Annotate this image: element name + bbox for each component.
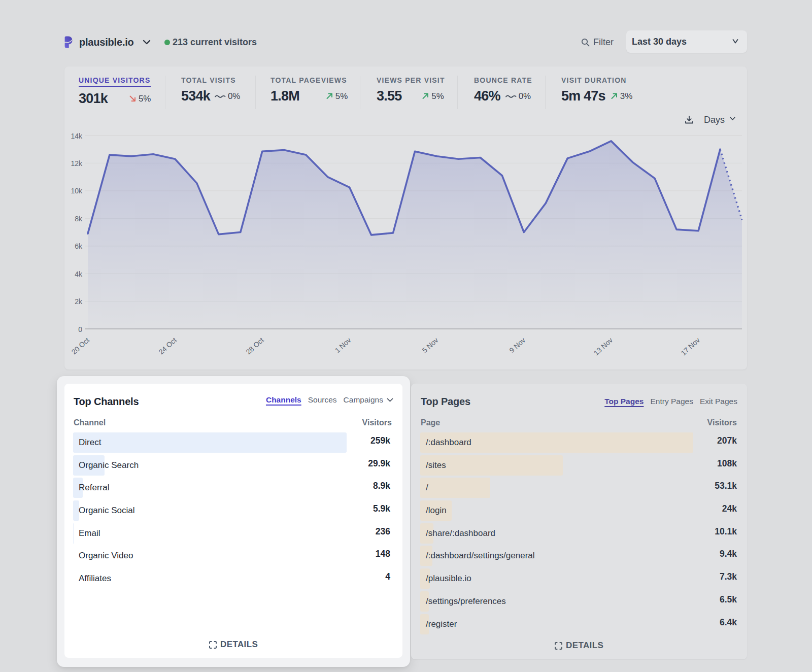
svg-text:5 Nov: 5 Nov xyxy=(421,336,440,354)
svg-text:1 Nov: 1 Nov xyxy=(333,336,353,354)
svg-text:10k: 10k xyxy=(71,187,83,195)
svg-text:6k: 6k xyxy=(75,242,83,250)
svg-text:14k: 14k xyxy=(71,132,83,140)
svg-text:9 Nov: 9 Nov xyxy=(507,336,527,354)
svg-text:28 Oct: 28 Oct xyxy=(244,336,265,356)
svg-text:0: 0 xyxy=(78,325,82,333)
svg-text:17 Nov: 17 Nov xyxy=(679,336,701,357)
svg-text:8k: 8k xyxy=(75,215,83,223)
svg-text:4k: 4k xyxy=(75,270,83,278)
svg-text:20 Oct: 20 Oct xyxy=(70,336,91,356)
svg-text:2k: 2k xyxy=(75,297,83,306)
svg-text:12k: 12k xyxy=(71,159,83,167)
svg-text:13 Nov: 13 Nov xyxy=(592,336,615,357)
svg-text:24 Oct: 24 Oct xyxy=(157,336,178,356)
